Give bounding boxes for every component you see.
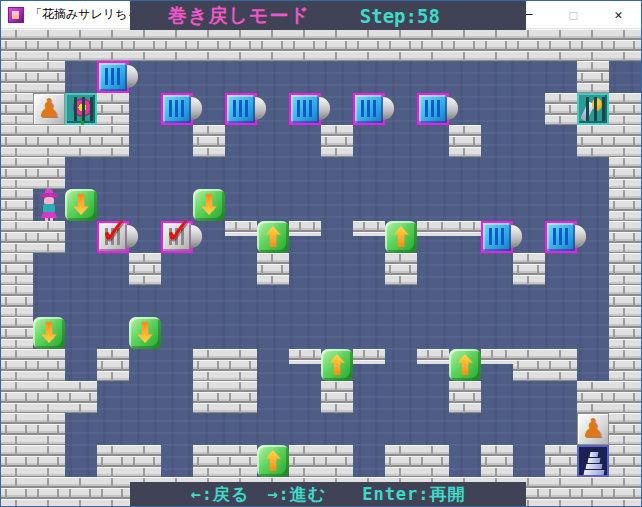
wall-brick (1, 285, 33, 317)
wall-brick (1, 157, 33, 189)
pawn-icon: ♟ (578, 412, 608, 444)
wall-brick (1, 93, 33, 125)
wall-brick (97, 29, 129, 61)
wall-brick (545, 29, 577, 61)
wall-brick (609, 253, 641, 285)
st-2 (588, 458, 601, 463)
wall-brick (481, 445, 513, 477)
p-body (43, 204, 55, 213)
wall-brick (609, 125, 641, 157)
wall-brick (1, 349, 33, 381)
close-button[interactable]: ✕ (596, 1, 641, 28)
wall-brick (1, 445, 33, 477)
arrow-down-block (193, 189, 225, 221)
cage-bars (581, 97, 605, 121)
wall-brick (481, 29, 513, 61)
wall-ledge (481, 349, 513, 364)
crate (97, 61, 129, 93)
pawn-icon: ♟ (34, 92, 64, 124)
wall-brick (289, 29, 321, 61)
up-arrow-icon (457, 354, 473, 375)
wall-brick (97, 477, 129, 506)
wall-brick (33, 221, 65, 253)
wall-brick (193, 445, 225, 477)
wall-brick (225, 445, 257, 477)
arrow-down-block (65, 189, 97, 221)
wall-brick (33, 157, 65, 189)
wall-ledge (417, 221, 449, 236)
crate (353, 93, 385, 125)
wall-brick (225, 349, 257, 381)
wall-brick (577, 477, 609, 506)
wall-brick (545, 349, 577, 381)
wall-brick (33, 381, 65, 413)
arrow-down-block (33, 317, 65, 349)
app-window: 「花摘みサレリちゃん 3 」Ver 1.1 ─ □ ✕ ♟✓✓♟ 巻き戻しモード… (0, 0, 642, 507)
maximize-button: □ (551, 1, 596, 28)
wall-brick (1, 253, 33, 285)
wall-ledge (449, 221, 481, 236)
wall-brick (545, 445, 577, 477)
wall-brick (193, 125, 225, 157)
up-arrow-icon (329, 354, 345, 375)
wall-brick (577, 61, 609, 93)
down-arrow-icon (41, 322, 57, 343)
crate (161, 93, 193, 125)
down-arrow-icon (137, 322, 153, 343)
wall-brick (513, 349, 545, 381)
wall-brick (609, 317, 641, 349)
wall-brick (257, 29, 289, 61)
st-1 (590, 452, 599, 457)
wall-brick (321, 125, 353, 157)
wall-ledge (289, 221, 321, 236)
wall-brick (321, 445, 353, 477)
wall-brick (1, 477, 33, 506)
wall-brick (1, 189, 33, 221)
wall-brick (193, 29, 225, 61)
arrow-down-block (129, 317, 161, 349)
arrow-up-block (449, 349, 481, 381)
wall-brick (33, 413, 65, 445)
wall-brick (225, 381, 257, 413)
wall-brick (1, 381, 33, 413)
crate (417, 93, 449, 125)
controls-hint-bar: ←:戻る →:進む Enter:再開 (130, 482, 526, 506)
wall-brick (353, 29, 385, 61)
crate (481, 221, 513, 253)
wall-brick (545, 93, 577, 125)
player-sprite (33, 189, 65, 221)
crate-checked: ✓ (97, 221, 129, 253)
arrow-up-block (385, 221, 417, 253)
down-arrow-icon (73, 194, 89, 215)
wall-brick (609, 93, 641, 125)
up-arrow-icon (265, 226, 281, 247)
wall-brick (1, 61, 33, 93)
wall-brick (97, 93, 129, 125)
wall-brick (321, 381, 353, 413)
wall-brick (97, 125, 129, 157)
wall-brick (609, 285, 641, 317)
up-arrow-icon (393, 226, 409, 247)
pawn-tile: ♟ (33, 93, 65, 125)
wall-brick (609, 189, 641, 221)
wall-brick (609, 29, 641, 61)
wall-brick (577, 125, 609, 157)
wall-brick (385, 253, 417, 285)
check-icon: ✓ (164, 214, 193, 249)
wall-brick (385, 29, 417, 61)
crate (545, 221, 577, 253)
wall-brick (193, 349, 225, 381)
wall-brick (289, 445, 321, 477)
p-skirt (41, 212, 57, 218)
game-canvas[interactable]: ♟✓✓♟ (1, 29, 641, 506)
wall-brick (1, 413, 33, 445)
wall-brick (65, 477, 97, 506)
wall-ledge (353, 349, 385, 364)
mode-label: 巻き戻しモード (168, 3, 310, 29)
stairs-exit (577, 445, 609, 477)
cage-bars (69, 97, 93, 121)
st-4 (584, 470, 605, 475)
wall-brick (609, 157, 641, 189)
wall-brick (321, 29, 353, 61)
step-counter: Step:58 (360, 5, 440, 27)
